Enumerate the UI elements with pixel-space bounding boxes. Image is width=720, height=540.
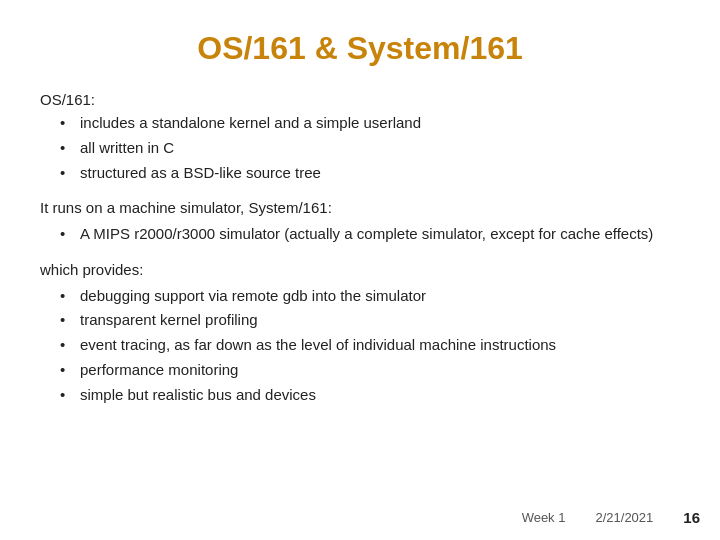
list-item: • structured as a BSD-like source tree (60, 162, 680, 184)
bullet-text: performance monitoring (80, 359, 680, 381)
bullet-text: all written in C (80, 137, 680, 159)
bullet-text: structured as a BSD-like source tree (80, 162, 680, 184)
list-item: • includes a standalone kernel and a sim… (60, 112, 680, 134)
list-item: • all written in C (60, 137, 680, 159)
list-item: • performance monitoring (60, 359, 680, 381)
slide-container: OS/161 & System/161 OS/161: • includes a… (0, 0, 720, 540)
list-item: • transparent kernel profiling (60, 309, 680, 331)
bullet-dot: • (60, 112, 74, 134)
footer-date: 2/21/2021 (595, 510, 653, 525)
section1-bullets: • includes a standalone kernel and a sim… (60, 112, 680, 183)
bullet-dot: • (60, 285, 74, 307)
list-item: • event tracing, as far down as the leve… (60, 334, 680, 356)
slide-title: OS/161 & System/161 (40, 30, 680, 67)
list-item: • debugging support via remote gdb into … (60, 285, 680, 307)
bullet-dot: • (60, 334, 74, 356)
bullet-text: transparent kernel profiling (80, 309, 680, 331)
section2-bullets: • A MIPS r2000/r3000 simulator (actually… (60, 223, 680, 245)
bullet-dot: • (60, 223, 74, 245)
bullet-dot: • (60, 359, 74, 381)
section2-intro: It runs on a machine simulator, System/1… (40, 197, 680, 219)
bullet-text: includes a standalone kernel and a simpl… (80, 112, 680, 134)
list-item: • simple but realistic bus and devices (60, 384, 680, 406)
footer: Week 1 2/21/2021 16 (522, 509, 700, 526)
slide-number: 16 (683, 509, 700, 526)
list-item: • A MIPS r2000/r3000 simulator (actually… (60, 223, 680, 245)
bullet-text: simple but realistic bus and devices (80, 384, 680, 406)
bullet-dot: • (60, 309, 74, 331)
bullet-text: A MIPS r2000/r3000 simulator (actually a… (80, 223, 680, 245)
bullet-dot: • (60, 137, 74, 159)
bullet-dot: • (60, 162, 74, 184)
section3-intro: which provides: (40, 259, 680, 281)
bullet-text: event tracing, as far down as the level … (80, 334, 680, 356)
footer-week: Week 1 (522, 510, 566, 525)
bullet-text: debugging support via remote gdb into th… (80, 285, 680, 307)
section3-bullets: • debugging support via remote gdb into … (60, 285, 680, 406)
section1-label: OS/161: (40, 91, 680, 108)
bullet-dot: • (60, 384, 74, 406)
